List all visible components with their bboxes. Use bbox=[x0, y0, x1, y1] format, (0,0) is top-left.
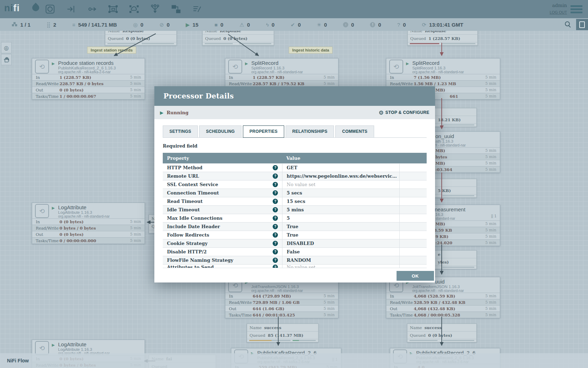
stat-value: :03.364 bbox=[435, 167, 452, 172]
template-icon[interactable] bbox=[171, 4, 181, 14]
property-cell: Max Idle Connections? bbox=[163, 216, 282, 221]
stat-row: Tasks/Time0 / 00:00:00.0005 min bbox=[32, 237, 145, 244]
help-icon[interactable]: ? bbox=[273, 199, 278, 204]
last-refresh[interactable]: ⟳13:01:41 GMT bbox=[422, 22, 463, 28]
stat-value: 0 (0 bytes) bbox=[59, 219, 84, 224]
stat-label: Read/Write bbox=[390, 300, 414, 305]
connection-label-text: ytes) bbox=[438, 260, 449, 265]
processor[interactable]: ⟲▶uuidJoltTransformJSON 1.16.3org.apache… bbox=[386, 277, 500, 318]
processor-type: JoltTransformJSON 1.16.3 bbox=[251, 285, 299, 289]
navigate-palette-button[interactable]: ◎ bbox=[1, 42, 12, 53]
logout-link[interactable]: LOG OUT bbox=[550, 10, 567, 14]
locally-modified-stale-icon: ! bbox=[370, 22, 375, 27]
stat-label: In bbox=[390, 294, 414, 299]
processor[interactable]: ⟲▶JoltTransformJSON 1.16.3org.apache.nif… bbox=[225, 277, 338, 318]
help-icon[interactable]: ? bbox=[273, 207, 278, 212]
output-port-icon[interactable] bbox=[87, 4, 97, 14]
connection-label[interactable]: NamesuccessQueued0 (0 bytes) bbox=[407, 323, 477, 342]
stop-and-configure-button[interactable]: ⚙ STOP & CONFIGURE bbox=[379, 109, 429, 116]
spare-cell bbox=[399, 231, 427, 239]
stat-value: 228.57 KB / 179.52 KB bbox=[253, 81, 304, 86]
stat-time: 5 min bbox=[485, 167, 496, 172]
stat-label: Out bbox=[36, 88, 59, 93]
active-threads: ⣿2 bbox=[47, 22, 56, 28]
tab-properties[interactable]: PROPERTIES bbox=[243, 125, 284, 138]
property-name: Connection Timeout bbox=[167, 190, 219, 196]
tab-scheduling[interactable]: SCHEDULING bbox=[199, 125, 241, 137]
stat-row: Read/Write228.57 KB / 0 bytes5 min bbox=[32, 80, 145, 87]
connection-label[interactable]: NamesuccessQueued85 (141.37 MB) bbox=[247, 323, 318, 342]
label-icon[interactable] bbox=[192, 4, 202, 14]
spare-cell bbox=[399, 180, 427, 189]
help-icon[interactable]: ? bbox=[273, 249, 278, 254]
help-icon[interactable]: ? bbox=[273, 190, 278, 196]
backpressure-bar bbox=[442, 267, 474, 268]
stat-time: 5 min bbox=[485, 234, 496, 239]
processor-name: on_uuid bbox=[435, 133, 454, 139]
connection-name-value: success bbox=[425, 325, 442, 330]
help-icon[interactable]: ? bbox=[273, 265, 278, 268]
status-count: 0 bbox=[247, 22, 250, 28]
property-value: No value set bbox=[287, 182, 315, 187]
help-icon[interactable]: ? bbox=[273, 165, 278, 170]
processor[interactable]: ⟲▶Produce station recordsPublishKafkaRec… bbox=[32, 58, 145, 100]
help-icon[interactable]: ? bbox=[273, 232, 278, 238]
process-group-icon[interactable] bbox=[108, 4, 118, 14]
stat-value: 644 / 00:01:03.425 bbox=[253, 313, 295, 318]
connection-queued-row: Queued0 (0 bytes) bbox=[407, 332, 476, 339]
spare-cell bbox=[399, 206, 427, 214]
property-value: 5 bbox=[287, 216, 290, 221]
input-port-icon[interactable] bbox=[66, 4, 76, 14]
remote-process-group-icon[interactable] bbox=[129, 4, 139, 14]
stat-row: In4,068 (528.59 KB)5 min bbox=[386, 293, 500, 299]
backpressure-bar bbox=[272, 340, 290, 341]
run-status-icon: ▶ bbox=[52, 61, 55, 66]
breadcrumb[interactable]: NiFi Flow bbox=[7, 358, 29, 363]
processor-icon[interactable] bbox=[45, 4, 55, 14]
properties-table-header: Property Value bbox=[163, 153, 427, 163]
processor-type-icon: ⟲ bbox=[35, 341, 49, 355]
property-row: Remote URL?https://www.pegelonline.wsv.d… bbox=[163, 172, 427, 180]
help-icon[interactable]: ? bbox=[273, 241, 278, 246]
tab-settings[interactable]: SETTINGS bbox=[163, 125, 198, 137]
stat-time: 5 min bbox=[485, 148, 496, 153]
search-icon[interactable] bbox=[565, 21, 571, 28]
disabled-icon: ϟ bbox=[266, 22, 269, 27]
stat-label: Out bbox=[390, 306, 414, 311]
backpressure-bar bbox=[249, 340, 272, 341]
spare-cell bbox=[399, 214, 427, 222]
ok-button[interactable]: OK bbox=[397, 271, 434, 281]
status-count: 549 / 141.71 MB bbox=[78, 22, 117, 28]
property-name: Include Date Header bbox=[167, 224, 220, 229]
value-cell: DISABLED bbox=[282, 239, 399, 247]
help-icon[interactable]: ? bbox=[273, 182, 278, 187]
property-row: Include Date Header?True bbox=[163, 222, 427, 231]
tab-relationships[interactable]: RELATIONSHIPS bbox=[286, 125, 334, 137]
stopped-icon: ■ bbox=[215, 22, 218, 27]
value-cell: 5 secs bbox=[282, 189, 399, 197]
status-count: 2 bbox=[53, 22, 56, 28]
settings-panel-button[interactable] bbox=[576, 19, 588, 30]
processor-bundle: fi - nifi-standard-nar bbox=[435, 143, 466, 147]
backpressure-bar bbox=[441, 43, 475, 44]
processor[interactable]: ⟲▶LogAttributeLogAttribute 1.16.3org.apa… bbox=[32, 203, 145, 244]
not-transmitting-icon: ⊘ bbox=[160, 22, 164, 27]
help-icon[interactable]: ? bbox=[273, 216, 278, 221]
tab-comments[interactable]: COMMENTS bbox=[335, 125, 374, 137]
help-icon[interactable]: ? bbox=[273, 258, 278, 263]
flow-label[interactable]: Ingest station records bbox=[87, 47, 136, 54]
spare-cell bbox=[399, 265, 427, 268]
locally-modified-icon: ✳ bbox=[317, 22, 321, 27]
flow-label[interactable]: Ingest historic data bbox=[289, 47, 332, 54]
help-icon[interactable]: ? bbox=[273, 224, 278, 229]
funnel-icon[interactable] bbox=[150, 4, 160, 14]
value-column-header: Value bbox=[282, 156, 399, 161]
operate-palette-button[interactable] bbox=[1, 54, 12, 65]
global-menu-icon[interactable] bbox=[570, 5, 582, 15]
processor-type: ath 1.16.3 bbox=[435, 139, 453, 143]
help-icon[interactable]: ? bbox=[273, 173, 278, 179]
property-cell: Cookie Strategy? bbox=[163, 241, 282, 246]
property-name: Idle Timeout bbox=[167, 207, 200, 212]
processor-bundle: org.apache.nifi - nifi-standard-nar bbox=[412, 70, 464, 74]
property-row: Max Idle Connections?5 bbox=[163, 214, 427, 222]
